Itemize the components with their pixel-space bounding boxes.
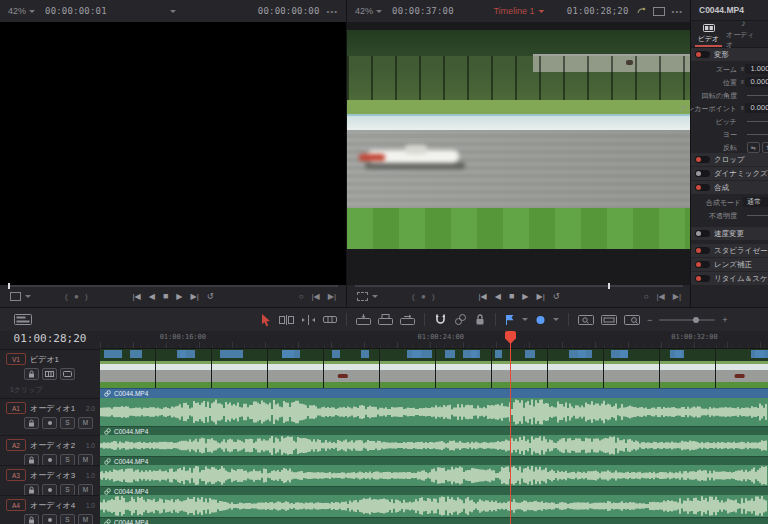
- blade-edit-mode-button[interactable]: [323, 308, 337, 331]
- play-button[interactable]: ▶: [522, 292, 528, 301]
- track-mute-button[interactable]: M: [78, 417, 93, 429]
- stop-button[interactable]: ■: [163, 291, 168, 301]
- match-frame-button[interactable]: ○: [644, 292, 649, 301]
- source-viewer-screen[interactable]: [0, 22, 346, 285]
- video-track-header[interactable]: V1 ビデオ1 1クリップ: [0, 349, 100, 398]
- retime-enable-toggle[interactable]: [695, 275, 710, 282]
- marker-color-dropdown[interactable]: [553, 318, 559, 321]
- zoom-slider-handle[interactable]: [693, 317, 699, 323]
- composite-mode-select[interactable]: 通常: [743, 197, 768, 207]
- track-solo-button[interactable]: S: [60, 514, 75, 524]
- timeline-ruler[interactable]: 01:00:16:00 01:00:24:00 01:00:32:00: [100, 331, 768, 349]
- timeline-scrub-bar[interactable]: [355, 285, 683, 287]
- zoom-out-button[interactable]: −: [647, 315, 652, 325]
- rotation-slider[interactable]: [747, 95, 768, 96]
- timeline-zoom-slider[interactable]: [659, 319, 715, 321]
- stabilization-enable-toggle[interactable]: [695, 247, 710, 254]
- audio-track-header[interactable]: A4 オーディオ4 1.0 S M: [0, 495, 100, 524]
- track-badge[interactable]: A4: [6, 499, 26, 511]
- position-value-field[interactable]: 0.000: [745, 77, 768, 87]
- yaw-slider[interactable]: [747, 134, 768, 135]
- track-lock-button[interactable]: [24, 368, 39, 380]
- stabilization-section-header[interactable]: スタビライゼーション: [691, 244, 768, 257]
- play-reverse-button[interactable]: ◀: [495, 292, 501, 301]
- opacity-slider[interactable]: [747, 215, 768, 216]
- smart-indicator-icon[interactable]: [636, 6, 646, 16]
- goto-out-button[interactable]: ▶|: [673, 292, 681, 301]
- dynamic-zoom-section-header[interactable]: ダイナミックズーム: [691, 167, 768, 180]
- track-badge[interactable]: A3: [6, 469, 26, 481]
- timeline-jog-control[interactable]: ( ● ): [412, 292, 437, 301]
- tab-audio[interactable]: ♪ オーディオ: [726, 21, 761, 47]
- detail-zoom-button[interactable]: [624, 308, 640, 331]
- audio-clip-name-bar[interactable]: C0044.MP4: [100, 456, 768, 465]
- match-frame-button[interactable]: ○: [299, 292, 304, 301]
- custom-zoom-button[interactable]: [578, 308, 594, 331]
- audio-clip-name-bar[interactable]: C0044.MP4: [100, 486, 768, 495]
- stop-button[interactable]: ■: [509, 291, 514, 301]
- speed-section-header[interactable]: 速度変更: [691, 227, 768, 240]
- video-clip-thumbnails[interactable]: [100, 349, 768, 388]
- audio-track-header[interactable]: A3 オーディオ3 1.0 S M: [0, 465, 100, 495]
- chevron-down-icon[interactable]: [372, 295, 378, 298]
- track-badge[interactable]: A2: [6, 439, 26, 451]
- position-lock-button[interactable]: [474, 308, 486, 331]
- source-jog-control[interactable]: ( ● ): [65, 292, 90, 301]
- audio-clip-waveform[interactable]: [100, 398, 768, 426]
- insert-clip-button[interactable]: [356, 308, 371, 331]
- timeline-viewer-screen[interactable]: [347, 22, 691, 285]
- track-lock-button[interactable]: [24, 514, 39, 524]
- viewer-overlay-icon[interactable]: [653, 7, 665, 16]
- tab-video[interactable]: ビデオ: [691, 21, 726, 47]
- timeline-position-timecode[interactable]: 01:00:28;20: [567, 6, 629, 16]
- pitch-slider[interactable]: [747, 121, 768, 122]
- tab-effects-partial[interactable]: [763, 25, 768, 34]
- source-position-timecode[interactable]: 00:00:00:00: [258, 6, 320, 16]
- video-clip-name-bar[interactable]: C0044.MP4: [100, 388, 768, 398]
- composite-section-header[interactable]: 合成: [691, 181, 768, 194]
- audio-track-header[interactable]: A1 オーディオ1 2.0 S M: [0, 398, 100, 435]
- wipe-mode-icon[interactable]: [357, 292, 368, 301]
- flag-color-dropdown[interactable]: [522, 318, 528, 321]
- marker-button[interactable]: [535, 308, 546, 331]
- audio-clip-waveform[interactable]: [100, 495, 768, 517]
- timeline-zoom-select[interactable]: 42%: [355, 6, 382, 16]
- first-frame-button[interactable]: |◀: [479, 292, 487, 301]
- full-extent-zoom-button[interactable]: [601, 308, 617, 331]
- trim-edit-mode-button[interactable]: [279, 308, 294, 331]
- selection-tool-button[interactable]: [260, 308, 272, 331]
- source-scrub-bar[interactable]: [8, 285, 338, 287]
- goto-out-button[interactable]: ▶|: [328, 292, 336, 301]
- audio-clip-waveform[interactable]: [100, 465, 768, 486]
- audio-clip-name-bar[interactable]: C0044.MP4: [100, 426, 768, 435]
- flag-button[interactable]: [505, 308, 515, 331]
- loop-button[interactable]: ↺: [553, 292, 560, 301]
- audio-track-header[interactable]: A2 オーディオ2 1.0 S M: [0, 435, 100, 465]
- track-badge[interactable]: V1: [6, 353, 26, 365]
- audio-clip-name-bar[interactable]: C0044.MP4: [100, 517, 768, 524]
- track-record-arm-button[interactable]: [42, 417, 57, 429]
- lens-section-header[interactable]: レンズ補正: [691, 258, 768, 271]
- zoom-in-button[interactable]: +: [722, 315, 727, 325]
- play-reverse-button[interactable]: ◀: [149, 292, 155, 301]
- dynamic-zoom-enable-toggle[interactable]: [695, 170, 710, 177]
- timeline-view-options-button[interactable]: [14, 308, 32, 331]
- replace-clip-button[interactable]: [400, 308, 415, 331]
- link-selection-button[interactable]: [454, 308, 467, 331]
- track-lock-button[interactable]: [24, 417, 39, 429]
- timeline-master-timecode[interactable]: 01:00:28;20: [0, 331, 100, 348]
- play-button[interactable]: ▶: [176, 292, 182, 301]
- source-clip-dropdown[interactable]: [170, 10, 176, 13]
- source-zoom-select[interactable]: 42%: [8, 6, 35, 16]
- goto-in-button[interactable]: |◀: [312, 292, 320, 301]
- crop-section-header[interactable]: クロップ: [691, 153, 768, 166]
- transform-enable-toggle[interactable]: [695, 51, 710, 58]
- track-filmstrip-view-button[interactable]: [42, 368, 57, 380]
- dynamic-trim-button[interactable]: [301, 308, 316, 331]
- track-solo-button[interactable]: S: [60, 417, 75, 429]
- timeline-duration-timecode[interactable]: 00:00:37:00: [392, 6, 454, 16]
- chevron-down-icon[interactable]: [25, 295, 31, 298]
- timeline-select-dropdown[interactable]: Timeline 1: [493, 6, 544, 16]
- flip-vertical-button[interactable]: ⇅: [762, 142, 768, 153]
- track-disable-video-button[interactable]: [60, 368, 75, 380]
